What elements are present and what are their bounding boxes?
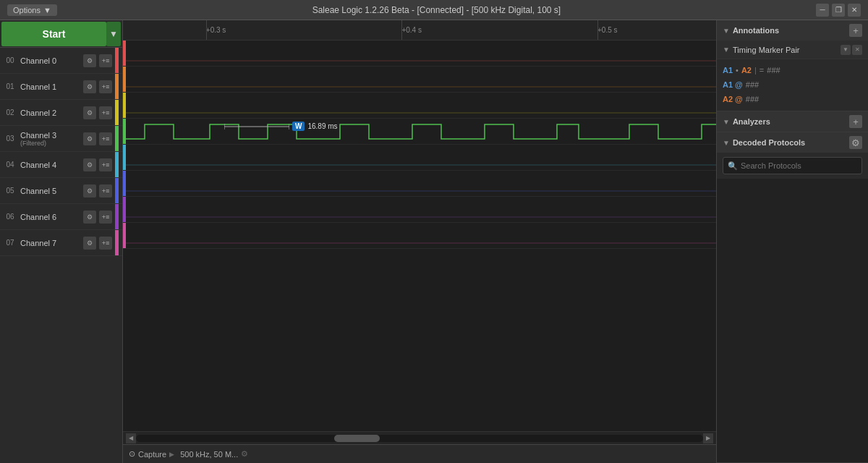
channel-filtered-3: (Filtered) <box>20 140 83 147</box>
channel-5-waveform <box>123 171 716 196</box>
channel-settings-3[interactable]: ⚙ <box>83 132 96 145</box>
options-button[interactable]: Options ▼ <box>7 4 57 16</box>
titlebar: Options ▼ Saleae Logic 1.2.26 Beta - [Co… <box>0 0 868 20</box>
channel-settings-1[interactable]: ⚙ <box>83 80 96 93</box>
window-controls: ─ ❐ ✕ <box>816 4 861 17</box>
annotation-data: A1 • A2 | = ### A1 @ ### A2 @ ### <box>717 59 868 111</box>
channel-color-strip-1 <box>115 74 119 99</box>
channel-num-7: 07 <box>3 239 17 247</box>
waveform-row-6 <box>123 197 716 223</box>
channel-label-6: Channel 6 <box>17 213 83 221</box>
filter-icon: ▼ <box>723 46 730 54</box>
channel-add-1[interactable]: +≡ <box>99 80 112 93</box>
decoded-protocols-header[interactable]: ▼ Decoded Protocols ⚙ <box>717 132 868 153</box>
capture-arrow-icon[interactable]: ▶ <box>169 451 174 458</box>
channel-settings-5[interactable]: ⚙ <box>83 184 96 197</box>
channel-add-5[interactable]: +≡ <box>99 184 112 197</box>
decoded-protocols-content <box>717 179 868 462</box>
search-protocols-bar[interactable]: 🔍 <box>723 157 862 174</box>
channel-add-0[interactable]: +≡ <box>99 54 112 67</box>
scroll-right-button[interactable]: ▶ <box>703 433 713 443</box>
a2-badge: A2 <box>741 64 752 78</box>
channel-num-1: 01 <box>3 82 17 90</box>
a1-badge: A1 <box>723 64 733 78</box>
channel-6-waveform <box>123 197 716 222</box>
start-dropdown-arrow[interactable]: ▼ <box>106 22 121 46</box>
waveform-color-strip-4 <box>123 145 126 170</box>
scrollbar-track[interactable] <box>136 435 703 442</box>
add-annotation-button[interactable]: + <box>849 24 862 37</box>
channel-row-6: 06 Channel 6 ⚙ +≡ <box>0 204 122 230</box>
equals-char: = <box>760 64 764 78</box>
analyzers-header[interactable]: ▼ Analyzers + <box>717 111 868 132</box>
channel-icons-4: ⚙ +≡ <box>83 158 112 171</box>
scrollbar-thumb[interactable] <box>334 435 380 442</box>
waveform-row-2 <box>123 93 716 119</box>
timing-marker-settings-button[interactable]: ▼ <box>841 45 851 55</box>
channel-add-4[interactable]: +≡ <box>99 158 112 171</box>
start-btn-container: Start ▼ <box>0 20 122 48</box>
channel-add-7[interactable]: +≡ <box>99 237 112 250</box>
waveform-row-5 <box>123 171 716 197</box>
channel-num-0: 00 <box>3 56 17 64</box>
start-button[interactable]: Start <box>1 22 106 46</box>
timing-marker-label: Timing Marker Pair <box>733 46 838 54</box>
channel-label-7: Channel 7 <box>17 239 83 247</box>
minimize-button[interactable]: ─ <box>816 4 829 17</box>
search-protocols-input[interactable] <box>741 161 857 170</box>
a1-at-label: A1 @ <box>723 78 743 93</box>
channel-row-3: 03 Channel 3 (Filtered) ⚙ +≡ <box>0 126 122 152</box>
channel-color-strip-2 <box>115 100 119 125</box>
add-analyzer-button[interactable]: + <box>849 115 862 128</box>
waveform-row-3: W 16.89 ms <box>123 119 716 145</box>
statusbar: ⊙ Capture ▶ 500 kHz, 50 M... ⚙ <box>123 444 716 463</box>
channel-color-strip-7 <box>115 230 119 255</box>
channel-color-strip-0 <box>115 48 119 73</box>
channel-icons-1: ⚙ +≡ <box>83 80 112 93</box>
camera-icon: ⊙ <box>129 449 135 459</box>
channel-1-waveform <box>123 67 716 92</box>
waveform-rows: W 16.89 ms <box>123 41 716 431</box>
annotations-header[interactable]: ▼ Annotations + <box>717 20 868 41</box>
channel-color-strip-5 <box>115 178 119 203</box>
channel-color-strip-4 <box>115 152 119 177</box>
channel-settings-6[interactable]: ⚙ <box>83 211 96 224</box>
waveform-row-1 <box>123 67 716 93</box>
a2-value: ### <box>746 93 759 107</box>
time-marker-label: +0.3 s <box>206 26 226 34</box>
a1-row: A1 @ ### <box>723 78 862 93</box>
time-marker-label: +0.5 s <box>597 26 618 34</box>
restore-button[interactable]: ❐ <box>832 4 845 17</box>
channel-icons-6: ⚙ +≡ <box>83 211 112 224</box>
analyzers-collapse-icon: ▼ <box>723 118 730 126</box>
options-label: Options <box>13 6 41 14</box>
freq-section: 500 kHz, 50 M... ⚙ <box>180 449 248 459</box>
channel-num-4: 04 <box>3 161 17 169</box>
waveform-color-strip-1 <box>123 67 126 92</box>
scroll-left-button[interactable]: ◀ <box>126 433 136 443</box>
decoded-settings-button[interactable]: ⚙ <box>849 136 862 149</box>
channel-row-1: 01 Channel 1 ⚙ +≡ <box>0 74 122 100</box>
timing-marker-close-button[interactable]: ✕ <box>852 45 862 55</box>
annotations-collapse-icon: ▼ <box>723 27 730 35</box>
main-area: Start ▼ 00 Channel 0 ⚙ +≡ 01 Channel 1 <box>0 20 868 463</box>
channel-settings-2[interactable]: ⚙ <box>83 106 96 119</box>
channel-settings-4[interactable]: ⚙ <box>83 158 96 171</box>
channel-num-3: 03 <box>3 135 17 143</box>
channel-add-3[interactable]: +≡ <box>99 132 112 145</box>
freq-settings-icon[interactable]: ⚙ <box>241 449 248 459</box>
channel-settings-7[interactable]: ⚙ <box>83 237 96 250</box>
channel-label-1: Channel 1 <box>17 82 83 91</box>
channel-color-strip-6 <box>115 204 119 229</box>
channel-num-2: 02 <box>3 109 17 116</box>
waveform-row-7 <box>123 223 716 249</box>
close-button[interactable]: ✕ <box>848 4 861 17</box>
waveform-color-strip-3 <box>123 119 126 144</box>
analyzers-section: ▼ Analyzers + <box>717 111 868 132</box>
capture-label: Capture <box>138 450 166 459</box>
channel-add-2[interactable]: +≡ <box>99 106 112 119</box>
waveform-color-strip-0 <box>123 41 126 66</box>
channel-settings-0[interactable]: ⚙ <box>83 54 96 67</box>
measure-value: 16.89 ms <box>307 122 337 130</box>
channel-add-6[interactable]: +≡ <box>99 211 112 224</box>
